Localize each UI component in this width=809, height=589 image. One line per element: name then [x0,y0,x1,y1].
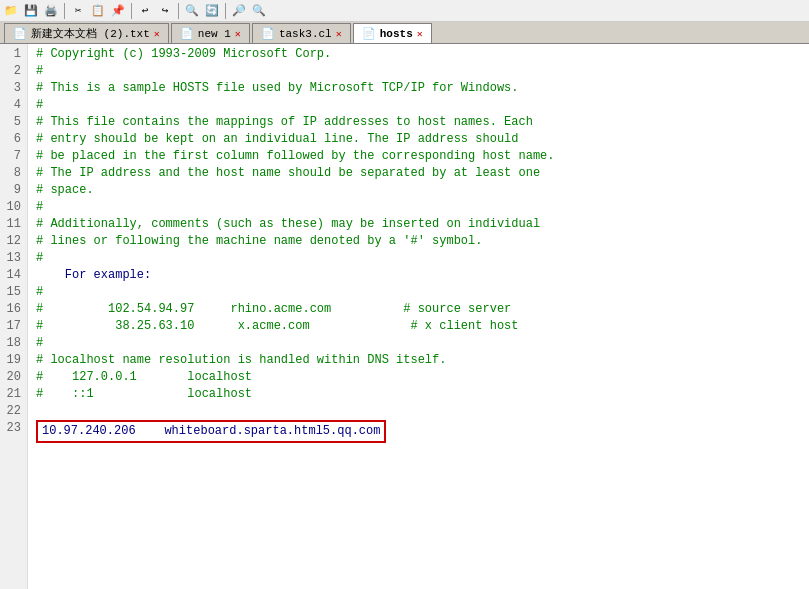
comment-text: # The IP address and the host name shoul… [36,166,540,180]
toolbar-icon-zoom-out[interactable]: 🔍 [250,2,268,20]
toolbar-icon-redo[interactable]: ↪ [156,2,174,20]
comment-text: # [36,200,43,214]
line-number-21: 21 [4,386,21,403]
tab-close-4[interactable]: ✕ [417,28,423,40]
toolbar-icon-undo[interactable]: ↩ [136,2,154,20]
editor-container[interactable]: 1234567891011121314151617181920212223 # … [0,44,809,589]
line-number-17: 17 [4,318,21,335]
line-number-4: 4 [4,97,21,114]
tab-new1[interactable]: 📄 new 1 ✕ [171,23,250,43]
code-line-23: 10.97.240.206 whiteboard.sparta.html5.qq… [36,420,801,443]
code-line-20: # 127.0.0.1 localhost [36,369,801,386]
code-line-8: # The IP address and the host name shoul… [36,165,801,182]
line-number-7: 7 [4,148,21,165]
divider-4 [225,3,226,19]
comment-text: # [36,285,43,299]
toolbar-icon-copy[interactable]: 📋 [89,2,107,20]
toolbar: 📁 💾 🖨️ ✂️ 📋 📌 ↩ ↪ 🔍 🔄 🔎 🔍 [0,0,809,22]
tab-bar: 📄 新建文本文档 (2).txt ✕ 📄 new 1 ✕ 📄 task3.cl … [0,22,809,44]
comment-text: # This is a sample HOSTS file used by Mi… [36,81,518,95]
line-number-10: 10 [4,199,21,216]
comment-text: # entry should be kept on an individual … [36,132,518,146]
comment-text: # lines or following the machine name de… [36,234,482,248]
divider-1 [64,3,65,19]
line-number-9: 9 [4,182,21,199]
code-line-2: # [36,63,801,80]
line-number-18: 18 [4,335,21,352]
code-line-11: # Additionally, comments (such as these)… [36,216,801,233]
divider-3 [178,3,179,19]
code-line-12: # lines or following the machine name de… [36,233,801,250]
code-line-9: # space. [36,182,801,199]
comment-text: # be placed in the first column followed… [36,149,554,163]
code-line-17: # 38.25.63.10 x.acme.com # x client host [36,318,801,335]
code-line-3: # This is a sample HOSTS file used by Mi… [36,80,801,97]
line-number-16: 16 [4,301,21,318]
code-line-1: # Copyright (c) 1993-2009 Microsoft Corp… [36,46,801,63]
comment-text: # [36,64,43,78]
tab-label-3: task3.cl [279,28,332,40]
comment-text: # [36,336,43,350]
code-line-18: # [36,335,801,352]
comment-text: # localhost name resolution is handled w… [36,353,446,367]
toolbar-icon-zoom-in[interactable]: 🔎 [230,2,248,20]
code-line-7: # be placed in the first column followed… [36,148,801,165]
toolbar-icon-2[interactable]: 💾 [22,2,40,20]
code-line-19: # localhost name resolution is handled w… [36,352,801,369]
code-line-21: # ::1 localhost [36,386,801,403]
tab-close-2[interactable]: ✕ [235,28,241,40]
code-line-6: # entry should be kept on an individual … [36,131,801,148]
code-line-16: # 102.54.94.97 rhino.acme.com # source s… [36,301,801,318]
tab-close-3[interactable]: ✕ [336,28,342,40]
comment-text: # [36,98,43,112]
code-line-14: For example: [36,267,801,284]
tab-icon-3: 📄 [261,27,275,40]
line-numbers: 1234567891011121314151617181920212223 [0,44,28,589]
tab-new-txt[interactable]: 📄 新建文本文档 (2).txt ✕ [4,23,169,43]
line-number-11: 11 [4,216,21,233]
tab-icon-2: 📄 [180,27,194,40]
comment-text: # ::1 localhost [36,387,252,401]
tab-hosts[interactable]: 📄 hosts ✕ [353,23,432,43]
toolbar-icon-1[interactable]: 📁 [2,2,20,20]
comment-text: # Additionally, comments (such as these)… [36,217,540,231]
line-number-3: 3 [4,80,21,97]
tab-close-1[interactable]: ✕ [154,28,160,40]
toolbar-icon-search[interactable]: 🔍 [183,2,201,20]
tab-icon-1: 📄 [13,27,27,40]
line-number-2: 2 [4,63,21,80]
line-number-5: 5 [4,114,21,131]
line-number-12: 12 [4,233,21,250]
tab-label-4: hosts [380,28,413,40]
line-number-6: 6 [4,131,21,148]
tab-label-1: 新建文本文档 (2).txt [31,26,150,41]
editor-content: 1234567891011121314151617181920212223 # … [0,44,809,589]
comment-text: # space. [36,183,94,197]
comment-text: # Copyright (c) 1993-2009 Microsoft Corp… [36,47,331,61]
line-number-23: 23 [4,420,21,437]
line-number-19: 19 [4,352,21,369]
line-number-22: 22 [4,403,21,420]
code-line-13: # [36,250,801,267]
toolbar-icon-cut[interactable]: ✂️ [69,2,87,20]
toolbar-icon-paste[interactable]: 📌 [109,2,127,20]
line-number-20: 20 [4,369,21,386]
line-number-14: 14 [4,267,21,284]
toolbar-icon-3[interactable]: 🖨️ [42,2,60,20]
comment-text: # 102.54.94.97 rhino.acme.com # source s… [36,302,511,316]
comment-text: # [36,251,43,265]
code-line-4: # [36,97,801,114]
line-number-15: 15 [4,284,21,301]
comment-text: # 127.0.0.1 localhost [36,370,252,384]
code-line-15: # [36,284,801,301]
divider-2 [131,3,132,19]
tab-task3[interactable]: 📄 task3.cl ✕ [252,23,351,43]
line-number-13: 13 [4,250,21,267]
comment-text: # 38.25.63.10 x.acme.com # x client host [36,319,518,333]
highlighted-entry: 10.97.240.206 whiteboard.sparta.html5.qq… [36,420,386,443]
line-number-1: 1 [4,46,21,63]
code-area[interactable]: # Copyright (c) 1993-2009 Microsoft Corp… [28,44,809,589]
tab-icon-4: 📄 [362,27,376,40]
toolbar-icon-replace[interactable]: 🔄 [203,2,221,20]
tab-label-2: new 1 [198,28,231,40]
